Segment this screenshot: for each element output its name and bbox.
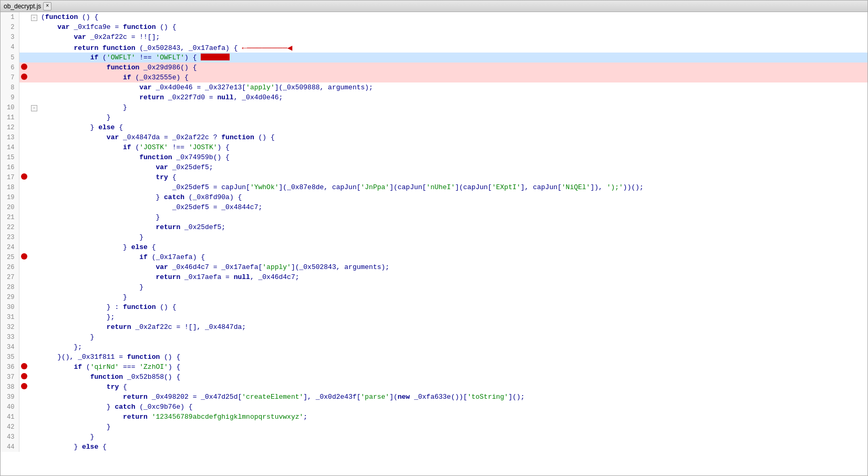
fold-column[interactable] (29, 142, 39, 152)
breakpoint-column[interactable] (19, 402, 29, 412)
fold-column[interactable] (29, 272, 39, 282)
fold-column[interactable] (29, 252, 39, 262)
fold-column[interactable] (29, 342, 39, 352)
fold-column[interactable] (29, 22, 39, 32)
breakpoint-column[interactable] (19, 122, 29, 132)
fold-column[interactable] (29, 302, 39, 312)
fold-column[interactable] (29, 422, 39, 432)
fold-column[interactable] (29, 32, 39, 42)
breakpoint-column[interactable] (19, 282, 29, 292)
fold-column[interactable] (29, 63, 39, 73)
breakpoint-column[interactable] (19, 42, 29, 53)
breakpoint-column[interactable] (19, 252, 29, 262)
code-content: if ('OWFLT' !== 'OWFLT') { (39, 53, 867, 63)
line-number: 15 (1, 152, 19, 162)
breakpoint-column[interactable] (19, 82, 29, 92)
fold-column[interactable] (29, 322, 39, 332)
fold-column[interactable] (29, 112, 39, 122)
fold-column[interactable] (29, 182, 39, 192)
breakpoint-column[interactable] (19, 53, 29, 63)
fold-column[interactable] (29, 372, 39, 382)
breakpoint-column[interactable] (19, 73, 29, 82)
code-editor[interactable]: 1-(function () {2 var _0x1fca9e = functi… (1, 12, 867, 475)
breakpoint-column[interactable] (19, 212, 29, 222)
fold-column[interactable] (29, 412, 39, 422)
fold-column[interactable] (29, 442, 39, 452)
line-number: 6 (1, 63, 19, 73)
arrow-indicator: ←────────◀ (242, 44, 292, 53)
breakpoint-column[interactable] (19, 422, 29, 432)
fold-column[interactable] (29, 402, 39, 412)
fold-column[interactable] (29, 132, 39, 142)
line-number: 20 (1, 202, 19, 212)
line-number: 36 (1, 362, 19, 372)
breakpoint-column[interactable] (19, 232, 29, 242)
fold-column[interactable] (29, 42, 39, 53)
breakpoint-column[interactable] (19, 302, 29, 312)
fold-column[interactable] (29, 202, 39, 212)
breakpoint-column[interactable] (19, 63, 29, 73)
fold-column[interactable] (29, 73, 39, 82)
breakpoint-column[interactable] (19, 332, 29, 342)
fold-column[interactable] (29, 222, 39, 232)
breakpoint-column[interactable] (19, 442, 29, 452)
table-row: 36 if ('qirNd' === 'ZzhOI') { (1, 362, 867, 372)
breakpoint-column[interactable] (19, 12, 29, 22)
breakpoint-column[interactable] (19, 272, 29, 282)
breakpoint-column[interactable] (19, 342, 29, 352)
breakpoint-column[interactable] (19, 242, 29, 252)
fold-column[interactable] (29, 82, 39, 92)
breakpoint-column[interactable] (19, 432, 29, 442)
fold-column[interactable] (29, 282, 39, 292)
fold-column[interactable] (29, 53, 39, 63)
breakpoint-column[interactable] (19, 192, 29, 202)
fold-column[interactable] (29, 92, 39, 102)
breakpoint-column[interactable] (19, 112, 29, 122)
breakpoint-column[interactable] (19, 412, 29, 422)
breakpoint-column[interactable] (19, 292, 29, 302)
fold-button[interactable]: - (31, 15, 37, 21)
fold-column[interactable] (29, 332, 39, 342)
fold-column[interactable] (29, 152, 39, 162)
fold-column[interactable] (29, 312, 39, 322)
fold-column[interactable] (29, 292, 39, 302)
breakpoint-column[interactable] (19, 382, 29, 392)
breakpoint-column[interactable] (19, 172, 29, 182)
line-number: 23 (1, 232, 19, 242)
breakpoint-column[interactable] (19, 372, 29, 382)
fold-column[interactable] (29, 122, 39, 132)
breakpoint-column[interactable] (19, 22, 29, 32)
breakpoint-column[interactable] (19, 322, 29, 332)
fold-column[interactable] (29, 172, 39, 182)
breakpoint-column[interactable] (19, 202, 29, 212)
fold-column[interactable] (29, 212, 39, 222)
breakpoint-column[interactable] (19, 162, 29, 172)
fold-column[interactable] (29, 242, 39, 252)
breakpoint-column[interactable] (19, 352, 29, 362)
fold-column[interactable] (29, 192, 39, 202)
fold-column[interactable] (29, 262, 39, 272)
breakpoint-column[interactable] (19, 92, 29, 102)
breakpoint-column[interactable] (19, 312, 29, 322)
breakpoint-column[interactable] (19, 152, 29, 162)
breakpoint-column[interactable] (19, 182, 29, 192)
breakpoint-column[interactable] (19, 362, 29, 372)
fold-column[interactable] (29, 162, 39, 172)
fold-button[interactable]: - (31, 105, 37, 111)
breakpoint-column[interactable] (19, 102, 29, 112)
fold-column[interactable] (29, 382, 39, 392)
breakpoint-column[interactable] (19, 392, 29, 402)
fold-column[interactable] (29, 232, 39, 242)
breakpoint-column[interactable] (19, 32, 29, 42)
close-tab-button[interactable]: × (43, 2, 51, 11)
fold-column[interactable]: - (29, 12, 39, 22)
fold-column[interactable] (29, 362, 39, 372)
breakpoint-column[interactable] (19, 222, 29, 232)
breakpoint-column[interactable] (19, 132, 29, 142)
breakpoint-column[interactable] (19, 262, 29, 272)
fold-column[interactable] (29, 432, 39, 442)
fold-column[interactable] (29, 352, 39, 362)
breakpoint-column[interactable] (19, 142, 29, 152)
fold-column[interactable]: - (29, 102, 39, 112)
fold-column[interactable] (29, 392, 39, 402)
